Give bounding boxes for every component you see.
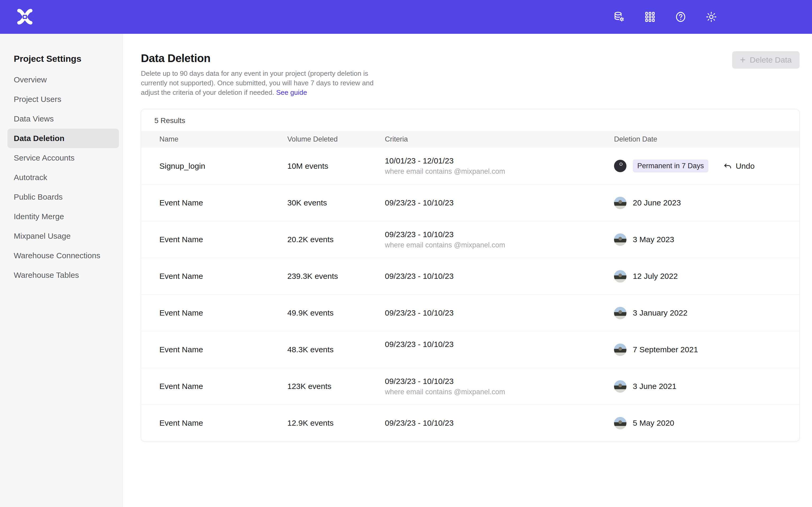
table-row: Event Name 239.3K events 09/23/23 - 10/1… [141,258,799,294]
row-volume-deleted: 10M events [287,162,385,171]
table-row: Event Name 123K events 09/23/23 - 10/10/… [141,368,799,404]
criteria-date-range: 09/23/23 - 10/10/23 [385,272,614,281]
row-deletion-date: 7 September 2021 [614,344,799,356]
criteria-date-range: 10/01/23 - 12/01/23 [385,156,614,165]
criteria-subtext: where email contains @mixpanel.com [385,167,614,176]
sidebar-item-warehouse-connections[interactable]: Warehouse Connections [7,246,119,265]
sidebar-item-public-boards[interactable]: Public Boards [7,187,119,207]
sidebar-item-identity-merge[interactable]: Identity Merge [7,207,119,226]
table-header-row: Name Volume Deleted Criteria Deletion Da… [141,131,799,148]
status-badge: Permanent in 7 Days [633,160,708,172]
user-avatar [614,270,626,283]
criteria-date-range: 09/23/23 - 10/10/23 [385,340,614,349]
topbar-icon-group [613,10,797,23]
column-header-criteria: Criteria [385,135,614,144]
row-deletion-date: 3 May 2023 [614,233,799,246]
table-row: Event Name 30K events 09/23/23 - 10/10/2… [141,184,799,221]
deletion-date-text: 7 September 2021 [633,345,698,354]
row-volume-deleted: 49.9K events [287,308,385,318]
row-name: Event Name [159,382,287,391]
row-criteria: 09/23/23 - 10/10/23 where email contains… [385,377,614,396]
deletion-date-text: 3 May 2023 [633,235,674,244]
row-deletion-date: 3 January 2022 [614,307,799,319]
settings-gear-icon[interactable] [705,10,718,23]
description-line-2: currently not supported). Once submitted… [141,78,800,88]
data-management-icon[interactable] [613,10,626,23]
criteria-subtext: where email contains @mixpanel.com [385,388,614,396]
sidebar-item-service-accounts[interactable]: Service Accounts [7,148,119,168]
row-name: Event Name [159,198,287,207]
apps-grid-icon[interactable] [643,10,657,23]
row-name: Event Name [159,345,287,354]
sidebar-item-project-users[interactable]: Project Users [7,90,119,109]
deletion-date-text: 3 June 2021 [633,382,676,391]
criteria-date-range: 09/23/23 - 10/10/23 [385,230,614,239]
deletion-date-text: 12 July 2022 [633,272,678,281]
row-criteria: 09/23/23 - 10/10/23 where email contains… [385,230,614,249]
row-criteria: 09/23/23 - 10/10/23 [385,198,614,207]
user-avatar [614,344,626,356]
row-volume-deleted: 239.3K events [287,272,385,281]
row-volume-deleted: 30K events [287,198,385,207]
criteria-date-range: 09/23/23 - 10/10/23 [385,308,614,318]
user-avatar [614,197,626,209]
sidebar-item-autotrack[interactable]: Autotrack [7,168,119,187]
row-name: Event Name [159,418,287,428]
column-header-name: Name [159,135,287,144]
user-avatar [614,233,626,246]
deletion-date-text: 5 May 2020 [633,418,674,428]
row-name: Event Name [159,235,287,244]
row-deletion-date: 12 July 2022 [614,270,799,283]
sidebar-item-mixpanel-usage[interactable]: Mixpanel Usage [7,226,119,246]
row-name: Event Name [159,272,287,281]
row-criteria: 10/01/23 - 12/01/23 where email contains… [385,156,614,176]
sidebar-item-overview[interactable]: Overview [7,70,119,90]
row-volume-deleted: 12.9K events [287,418,385,428]
deletion-date-text: 20 June 2023 [633,198,681,207]
deletion-date-text: 3 January 2022 [633,308,688,318]
row-criteria: 09/23/23 - 10/10/23 [385,418,614,428]
description-line-3-text: adjust the criteria of your deletion if … [141,89,274,96]
description-line-3: adjust the criteria of your deletion if … [141,88,800,97]
sidebar-item-warehouse-tables[interactable]: Warehouse Tables [7,265,119,285]
see-guide-link[interactable]: See guide [276,89,307,96]
table-row: Event Name 49.9K events 09/23/23 - 10/10… [141,294,799,331]
row-name: Event Name [159,308,287,318]
mixpanel-logo-icon[interactable] [15,7,35,27]
sidebar-nav: Overview Project Users Data Views Data D… [0,70,123,285]
undo-button[interactable]: Undo [723,162,755,171]
table-row: Event Name 48.3K events 09/23/23 - 10/10… [141,331,799,368]
plus-icon: + [740,55,746,65]
user-avatar [614,417,626,429]
top-navigation-bar [0,0,812,34]
criteria-subtext: where email contains @mixpanel.com [385,241,614,249]
main-content: Data Deletion Delete up to 90 days data … [123,34,812,507]
user-avatar [614,380,626,393]
row-volume-deleted: 48.3K events [287,345,385,354]
results-count: 5 Results [141,109,799,131]
row-criteria: 09/23/23 - 10/10/23 [385,308,614,318]
column-header-volume-deleted: Volume Deleted [287,135,385,144]
row-criteria: 09/23/23 - 10/10/23 [385,345,614,354]
undo-icon [723,162,732,171]
help-icon[interactable] [674,10,687,23]
sidebar-item-data-views[interactable]: Data Views [7,109,119,129]
page-title: Data Deletion [141,52,800,65]
row-deletion-date: 20 June 2023 [614,197,799,209]
row-volume-deleted: 123K events [287,382,385,391]
deletion-requests-card: 5 Results Name Volume Deleted Criteria D… [141,109,800,442]
row-deletion-date: 3 June 2021 [614,380,799,393]
page-description: Delete up to 90 days data for any event … [141,69,800,97]
delete-data-button[interactable]: + Delete Data [732,51,800,69]
user-avatar [614,307,626,319]
table-row: Event Name 20.2K events 09/23/23 - 10/10… [141,221,799,258]
description-line-1: Delete up to 90 days data for any event … [141,69,800,78]
column-header-deletion-date: Deletion Date [614,135,799,144]
criteria-date-range: 09/23/23 - 10/10/23 [385,377,614,386]
sidebar-item-data-deletion[interactable]: Data Deletion [7,129,119,148]
table-row: Event Name 12.9K events 09/23/23 - 10/10… [141,404,799,441]
project-settings-sidebar: Project Settings Overview Project Users … [0,34,123,507]
row-name: Signup_login [159,162,287,171]
sidebar-title: Project Settings [0,53,123,64]
row-deletion-date: 5 May 2020 [614,417,799,429]
